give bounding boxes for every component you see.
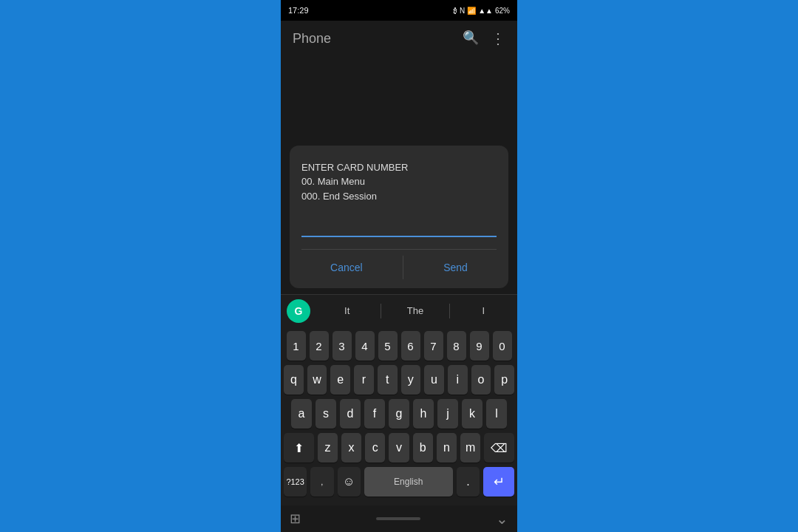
key-a[interactable]: a: [291, 399, 312, 429]
key-9[interactable]: 9: [470, 331, 489, 361]
period-key[interactable]: .: [457, 467, 480, 497]
key-5[interactable]: 5: [378, 331, 398, 361]
autocomplete-item-2[interactable]: The: [381, 305, 449, 316]
status-time: 17:29: [288, 6, 309, 15]
bluetooth-icon: ₿: [454, 7, 457, 15]
key-m[interactable]: m: [460, 433, 480, 463]
key-y[interactable]: y: [401, 365, 421, 395]
key-h[interactable]: h: [413, 399, 434, 429]
key-k[interactable]: k: [462, 399, 482, 429]
signal-icon: ▲▲: [478, 7, 493, 15]
key-s[interactable]: s: [316, 399, 336, 429]
key-i[interactable]: i: [448, 365, 468, 395]
cancel-button[interactable]: Cancel: [313, 256, 381, 279]
dialog-buttons: Cancel Send: [301, 249, 497, 279]
enter-key[interactable]: ↵: [483, 467, 514, 497]
keyboard: 1 2 3 4 5 6 7 8 9 0 q w e r t y u i o p …: [281, 327, 517, 505]
comma-key[interactable]: ,: [310, 467, 333, 497]
zxcv-row: ⬆ z x c v b n m ⌫: [284, 433, 514, 463]
key-v[interactable]: v: [389, 433, 409, 463]
autocomplete-item-1[interactable]: It: [313, 305, 381, 316]
app-bar-icons: 🔍 ⋮: [463, 30, 505, 47]
emoji-key[interactable]: ☺: [338, 467, 361, 497]
dialog-line2: 00. Main Menu: [301, 174, 497, 189]
key-j[interactable]: j: [437, 399, 458, 429]
key-q[interactable]: q: [284, 365, 304, 395]
key-l[interactable]: l: [486, 399, 507, 429]
status-bar: 17:29 ₿ N 📶 ▲▲ 62%: [281, 0, 517, 21]
number-row: 1 2 3 4 5 6 7 8 9 0: [284, 331, 514, 361]
autocomplete-item-3[interactable]: I: [450, 305, 517, 316]
bottom-row: ?123 , ☺ English . ↵: [284, 467, 514, 497]
key-b[interactable]: b: [413, 433, 433, 463]
phone-frame: 17:29 ₿ N 📶 ▲▲ 62% Phone 🔍 ⋮ ENTER CARD …: [281, 0, 517, 532]
backspace-key[interactable]: ⌫: [484, 433, 514, 463]
key-z[interactable]: z: [318, 433, 338, 463]
main-content: ENTER CARD NUMBER 00. Main Menu 000. End…: [281, 56, 517, 294]
key-1[interactable]: 1: [287, 331, 306, 361]
card-number-input[interactable]: [301, 218, 497, 237]
bottom-nav: ⊞ ⌄: [281, 505, 517, 532]
key-2[interactable]: 2: [310, 331, 329, 361]
app-bar: Phone 🔍 ⋮: [281, 21, 517, 56]
keyboard-hide-icon[interactable]: ⌄: [496, 510, 508, 528]
key-r[interactable]: r: [354, 365, 374, 395]
key-u[interactable]: u: [424, 365, 444, 395]
key-f[interactable]: f: [364, 399, 385, 429]
grammarly-button[interactable]: G: [287, 299, 310, 323]
autocomplete-bar: G It The I: [281, 294, 517, 327]
key-c[interactable]: c: [365, 433, 385, 463]
app-title: Phone: [293, 31, 331, 47]
key-o[interactable]: o: [471, 365, 491, 395]
asdf-row: a s d f g h j k l: [284, 399, 514, 429]
button-divider: [403, 256, 403, 279]
dialog-line3: 000. End Session: [301, 189, 497, 204]
qwerty-row-1: q w e r t y u i o p: [284, 365, 514, 395]
ussd-dialog: ENTER CARD NUMBER 00. Main Menu 000. End…: [290, 146, 508, 289]
space-key[interactable]: English: [364, 467, 453, 497]
key-7[interactable]: 7: [424, 331, 443, 361]
key-8[interactable]: 8: [447, 331, 466, 361]
dialog-area: ENTER CARD NUMBER 00. Main Menu 000. End…: [281, 56, 517, 294]
key-0[interactable]: 0: [493, 331, 512, 361]
key-e[interactable]: e: [330, 365, 350, 395]
shift-key[interactable]: ⬆: [284, 433, 314, 463]
key-g[interactable]: g: [389, 399, 409, 429]
symbols-key[interactable]: ?123: [284, 467, 307, 497]
dialog-input-container: [301, 218, 497, 237]
wifi-icon: 📶: [467, 7, 476, 15]
key-t[interactable]: t: [378, 365, 398, 395]
key-p[interactable]: p: [494, 365, 514, 395]
key-x[interactable]: x: [341, 433, 361, 463]
dialog-line1: ENTER CARD NUMBER: [301, 160, 497, 175]
key-w[interactable]: w: [307, 365, 327, 395]
keyboard-grid-icon[interactable]: ⊞: [290, 511, 301, 527]
key-3[interactable]: 3: [332, 331, 352, 361]
key-4[interactable]: 4: [355, 331, 375, 361]
more-options-icon[interactable]: ⋮: [491, 30, 505, 47]
search-icon[interactable]: 🔍: [463, 30, 479, 47]
dialog-message: ENTER CARD NUMBER 00. Main Menu 000. End…: [301, 160, 497, 204]
send-button[interactable]: Send: [426, 256, 485, 279]
home-indicator: [376, 517, 420, 520]
nfc-icon: N: [460, 7, 465, 15]
key-n[interactable]: n: [437, 433, 457, 463]
status-icons: ₿ N 📶 ▲▲ 62%: [454, 7, 510, 15]
key-d[interactable]: d: [340, 399, 361, 429]
key-6[interactable]: 6: [401, 331, 420, 361]
battery-text: 62%: [495, 7, 510, 15]
